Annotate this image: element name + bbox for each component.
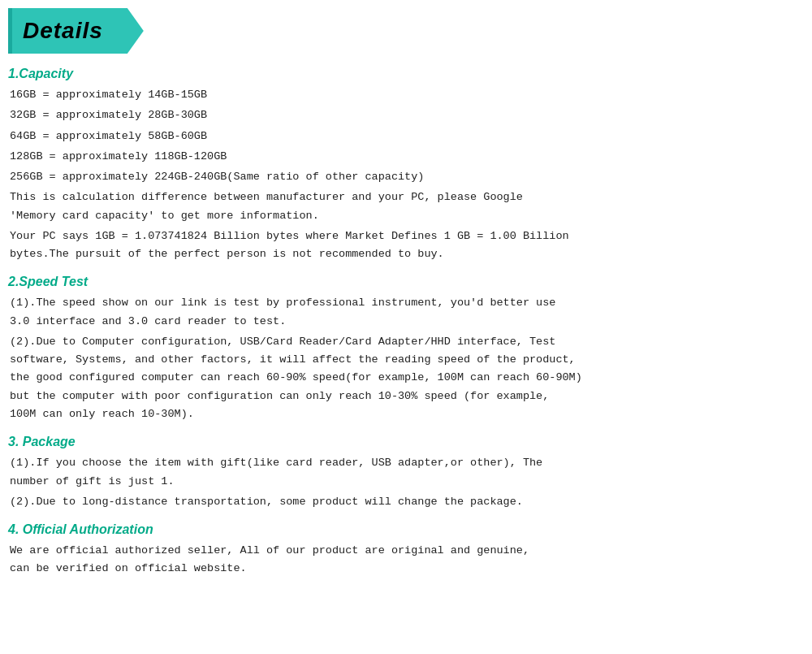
paragraph-capacity-4: 256GB = approximately 224GB-240GB(Same r…: [10, 168, 804, 186]
paragraph-capacity-2: 64GB = approximately 58GB-60GB: [10, 128, 804, 145]
paragraph-capacity-3: 128GB = approximately 118GB-120GB: [10, 148, 804, 166]
paragraph-capacity-5: This is calculation difference between m…: [10, 188, 804, 225]
section-heading-speed-test: 2.Speed Test: [8, 275, 804, 289]
paragraph-capacity-6: Your PC says 1GB = 1.073741824 Billion b…: [10, 227, 804, 264]
section-capacity: 1.Capacity16GB = approximately 14GB-15GB…: [8, 67, 804, 263]
section-heading-package: 3. Package: [8, 435, 804, 449]
section-package: 3. Package(1).If you choose the item wit…: [8, 435, 804, 511]
banner-title: Details: [23, 18, 103, 43]
section-content-package: (1).If you choose the item with gift(lik…: [8, 454, 804, 511]
details-banner-wrapper: Details: [8, 8, 804, 54]
section-heading-official-authorization: 4. Official Authorization: [8, 522, 804, 537]
paragraph-speed-test-1: (2).Due to Computer configuration, USB/C…: [10, 333, 804, 423]
paragraph-capacity-0: 16GB = approximately 14GB-15GB: [10, 86, 804, 104]
details-banner: Details: [8, 8, 144, 54]
section-content-capacity: 16GB = approximately 14GB-15GB32GB = app…: [8, 86, 804, 263]
sections-container: 1.Capacity16GB = approximately 14GB-15GB…: [8, 67, 804, 578]
section-official-authorization: 4. Official AuthorizationWe are official…: [8, 522, 804, 578]
section-heading-capacity: 1.Capacity: [8, 67, 804, 81]
paragraph-package-0: (1).If you choose the item with gift(lik…: [10, 454, 804, 491]
paragraph-official-authorization-0: We are official authorized seller, All o…: [10, 542, 804, 578]
paragraph-capacity-1: 32GB = approximately 28GB-30GB: [10, 106, 804, 124]
page-container: Details 1.Capacity16GB = approximately 1…: [0, 8, 812, 654]
paragraph-speed-test-0: (1).The speed show on our link is test b…: [10, 294, 804, 331]
section-speed-test: 2.Speed Test(1).The speed show on our li…: [8, 275, 804, 423]
section-content-official-authorization: We are official authorized seller, All o…: [8, 542, 804, 578]
banner-tail-triangle: [8, 54, 16, 62]
section-content-speed-test: (1).The speed show on our link is test b…: [8, 294, 804, 423]
paragraph-package-1: (2).Due to long-distance transportation,…: [10, 493, 804, 511]
